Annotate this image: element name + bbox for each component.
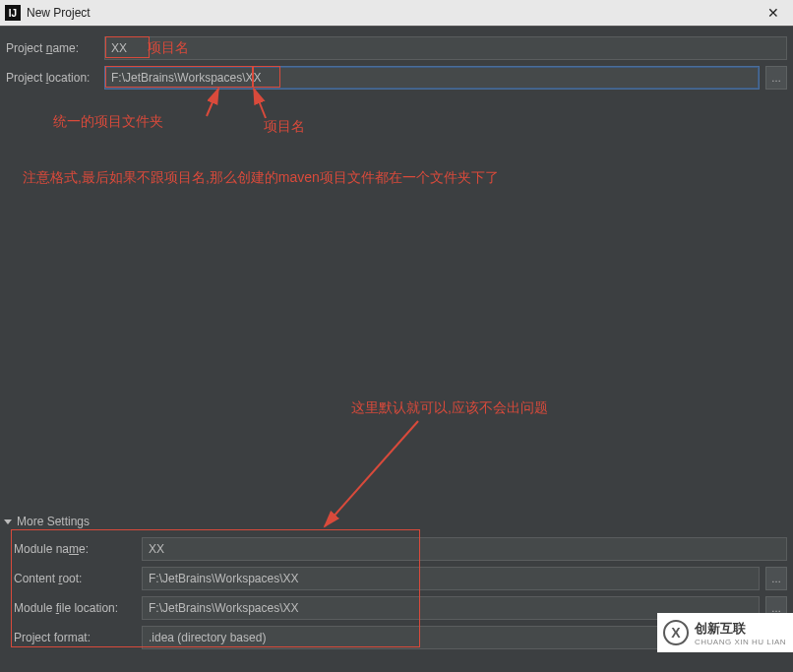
close-button[interactable]: ✕ [754,0,793,27]
project-name-row: Project name: [6,36,787,60]
chevron-down-icon [4,519,12,524]
titlebar: IJ New Project ✕ [0,0,793,27]
project-name-label: Project name: [6,41,104,55]
ellipsis-icon: … [771,603,781,614]
ellipsis-icon: … [771,574,781,584]
module-file-location-label: Module file location: [14,601,142,615]
annotation-format-note: 注意格式,最后如果不跟项目名,那么创建的maven项目文件都在一个文件夹下了 [23,169,499,187]
project-format-label: Project format: [14,631,142,644]
project-location-row: Project location: … [6,66,787,90]
browse-content-root-button[interactable]: … [765,567,787,590]
project-location-label: Project location: [6,71,104,85]
annotation-default-ok: 这里默认就可以,应该不会出问题 [351,399,548,417]
watermark-cn: 创新互联 [695,620,786,638]
project-location-input[interactable] [104,66,760,90]
browse-location-button[interactable]: … [765,66,787,90]
more-settings-toggle[interactable]: More Settings [0,512,793,531]
watermark-en: CHUANG XIN HU LIAN [695,638,786,646]
window-title: New Project [27,6,754,20]
watermark: X 创新互联 CHUANG XIN HU LIAN [657,613,793,652]
module-name-input[interactable] [142,537,787,561]
watermark-icon: X [663,620,689,645]
content-root-input[interactable] [142,567,760,590]
content-root-label: Content root: [14,572,142,585]
svg-line-2 [325,421,418,526]
annotation-project-name-2: 项目名 [264,118,305,136]
annotation-unified-folder: 统一的项目文件夹 [53,113,163,131]
module-name-label: Module name: [14,542,142,556]
close-icon: ✕ [767,5,779,21]
module-name-row: Module name: [14,537,787,561]
svg-line-0 [207,89,218,116]
project-name-input[interactable] [104,36,787,60]
content-root-row: Content root: … [14,567,787,590]
app-icon: IJ [5,5,21,21]
project-format-value: .idea (directory based) [149,631,266,644]
project-form: Project name: Project location: … [0,27,793,90]
watermark-text: 创新互联 CHUANG XIN HU LIAN [695,620,786,646]
more-settings-label: More Settings [17,515,90,528]
svg-line-1 [254,89,266,118]
ellipsis-icon: … [771,73,781,84]
